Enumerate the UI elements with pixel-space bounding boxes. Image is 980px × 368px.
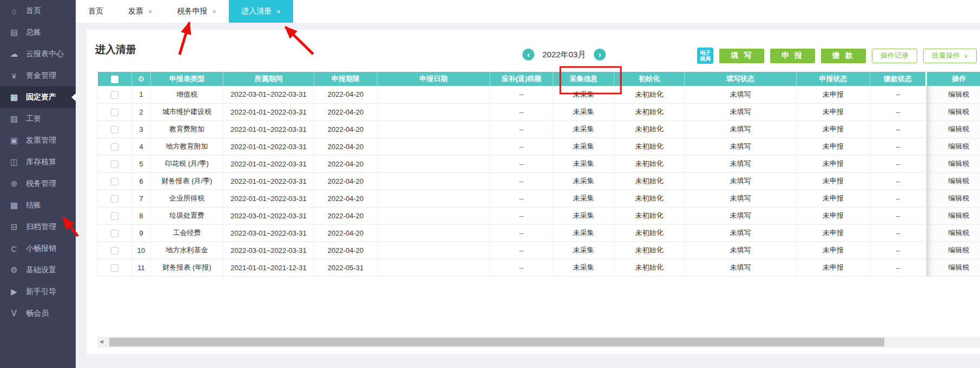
edit-action-link[interactable]: 编辑税 — [948, 108, 969, 116]
payroll-icon: ▨ — [9, 114, 19, 124]
tab-税务申报[interactable]: 税务申报× — [165, 0, 229, 23]
sidebar-item-基础设置[interactable]: ⚙基础设置 — [0, 259, 76, 281]
cell-pay: -- — [870, 121, 926, 138]
edit-action-link[interactable]: 编辑税 — [948, 211, 969, 219]
cell-declare: 未申报 — [797, 242, 870, 259]
toolbar-button-填写[interactable]: 填 写 — [719, 49, 764, 63]
table-body: 1增值税2022-03-01~2022-03-312022-04-20--未采集… — [98, 86, 980, 276]
cell-period: 2022-01-01~2022-03-31 — [223, 103, 314, 121]
sidebar-item-税务管理[interactable]: ⊛税务管理 — [0, 173, 76, 195]
horizontal-scrollbar[interactable]: ◀ — [97, 337, 980, 347]
edit-action-link[interactable]: 编辑税 — [948, 194, 969, 202]
sidebar-item-首页[interactable]: ⌂首页 — [0, 0, 76, 22]
edit-action-link[interactable]: 编辑税 — [948, 229, 969, 237]
sidebar-item-发票管理[interactable]: ▣发票管理 — [0, 130, 76, 151]
cell-declare: 未申报 — [797, 207, 870, 224]
row-checkbox[interactable] — [111, 160, 118, 168]
cell-amount: -- — [490, 103, 553, 121]
column-header-操作: 操作 — [926, 72, 980, 86]
next-month-button[interactable]: › — [594, 49, 606, 61]
row-number-cell: 4 — [132, 138, 151, 155]
sidebar-item-工资[interactable]: ▨工资 — [0, 108, 76, 130]
close-tab-icon[interactable]: × — [213, 8, 217, 15]
row-select-cell — [98, 172, 132, 190]
column-settings-gear-icon[interactable]: ⚙ — [138, 75, 145, 83]
table-row: 6财务报表 (月/季)2022-01-01~2022-03-312022-04-… — [98, 172, 980, 190]
row-checkbox[interactable] — [111, 91, 118, 99]
close-tab-icon[interactable]: × — [148, 8, 153, 15]
sidebar-item-总账[interactable]: ▤总账 — [0, 22, 76, 43]
row-checkbox[interactable] — [111, 264, 118, 272]
toolbar-button-缴款[interactable]: 缴 款 — [821, 49, 866, 63]
etax-bureau-button[interactable]: 电子 税局 — [697, 48, 713, 64]
sidebar-item-label: 固定资产 — [26, 92, 56, 102]
select-all-header-cell — [98, 72, 132, 86]
row-checkbox[interactable] — [111, 247, 118, 255]
row-select-cell — [98, 121, 132, 138]
cell-collect: 未采集 — [553, 155, 614, 172]
edit-action-link[interactable]: 编辑税 — [948, 246, 969, 254]
cell-declare: 未申报 — [797, 259, 870, 276]
sidebar-item-固定资产[interactable]: ▦固定资产 — [0, 86, 76, 108]
cell-fill: 未填写 — [685, 190, 797, 207]
cell-period: 2022-01-01~2022-03-31 — [223, 172, 314, 190]
close-tab-icon[interactable]: × — [276, 8, 281, 15]
edit-action-link[interactable]: 编辑税 — [948, 125, 969, 133]
cell-declare: 未申报 — [797, 138, 870, 155]
cell-amount: -- — [490, 86, 553, 103]
operation-log-button[interactable]: 操作记录 — [872, 49, 917, 63]
column-header-应补(退)税额: 应补(退)税额 — [490, 72, 553, 86]
edit-action-link[interactable]: 编辑税 — [948, 142, 969, 150]
cell-declare_date — [378, 138, 490, 155]
row-checkbox[interactable] — [111, 126, 118, 133]
cell-init: 未初始化 — [614, 86, 685, 103]
cell-deadline: 2022-04-20 — [314, 103, 378, 121]
tab-label: 税务申报 — [177, 6, 208, 16]
tab-进入清册[interactable]: 进入清册× — [229, 0, 293, 23]
expense-icon: C — [9, 244, 19, 253]
scroll-left-icon[interactable]: ◀ — [100, 339, 103, 344]
closing-icon: ▩ — [9, 200, 19, 210]
batch-actions-dropdown[interactable]: 批量操作 ∨ — [923, 49, 977, 63]
tab-首页[interactable]: 首页 — [76, 0, 116, 23]
sidebar-item-结账[interactable]: ▩结账 — [0, 195, 76, 216]
table-row: 7企业所得税2022-01-01~2022-03-312022-04-20--未… — [98, 190, 980, 207]
edit-action-link[interactable]: 编辑税 — [948, 177, 969, 185]
row-number-cell: 10 — [132, 242, 151, 259]
cell-amount: -- — [490, 172, 553, 190]
cell-collect: 未采集 — [553, 121, 614, 138]
cell-pay: -- — [870, 242, 926, 259]
sidebar-item-云报表中心[interactable]: ☁云报表中心 — [0, 43, 76, 65]
row-select-cell — [98, 190, 132, 207]
cell-period: 2022-03-01~2022-03-31 — [223, 86, 314, 103]
row-checkbox[interactable] — [111, 178, 118, 185]
edit-action-link[interactable]: 编辑税 — [948, 159, 969, 168]
cell-deadline: 2022-04-20 — [314, 190, 378, 207]
row-checkbox[interactable] — [111, 195, 118, 203]
prev-month-button[interactable]: ‹ — [522, 49, 534, 61]
sidebar-item-畅会员[interactable]: Ⅴ畅会员 — [0, 303, 76, 324]
select-all-checkbox[interactable] — [111, 76, 118, 83]
sidebar-item-归档管理[interactable]: ⊟归档管理 — [0, 216, 76, 238]
cell-declare: 未申报 — [797, 155, 870, 172]
toolbar-solid-buttons: 填 写申 报缴 款 — [719, 49, 866, 63]
cell-declare_date — [378, 86, 490, 103]
sidebar-item-库存核算[interactable]: ◫库存核算 — [0, 151, 76, 173]
row-checkbox[interactable] — [111, 212, 118, 220]
period-navigator: ‹ 2022年03月 › — [522, 49, 606, 61]
row-number-cell: 3 — [132, 121, 151, 138]
sidebar-item-小畅报销[interactable]: C小畅报销 — [0, 238, 76, 259]
sidebar-item-资金管理[interactable]: ¥资金管理 — [0, 65, 76, 86]
edit-action-link[interactable]: 编辑税 — [948, 90, 969, 98]
row-checkbox[interactable] — [111, 230, 118, 237]
row-checkbox[interactable] — [111, 109, 118, 116]
toolbar: 电子 税局 填 写申 报缴 款 操作记录 批量操作 ∨ — [697, 48, 977, 64]
edit-action-link[interactable]: 编辑税 — [948, 263, 969, 271]
toolbar-button-申报[interactable]: 申 报 — [770, 49, 815, 63]
sidebar-item-新手引导[interactable]: ▶新手引导 — [0, 281, 76, 303]
table-row: 4地方教育附加2022-01-01~2022-03-312022-04-20--… — [98, 138, 980, 155]
tab-发票[interactable]: 发票× — [116, 0, 165, 23]
scrollbar-thumb[interactable] — [109, 338, 884, 346]
row-checkbox[interactable] — [111, 143, 118, 151]
cell-pay: -- — [870, 138, 926, 155]
